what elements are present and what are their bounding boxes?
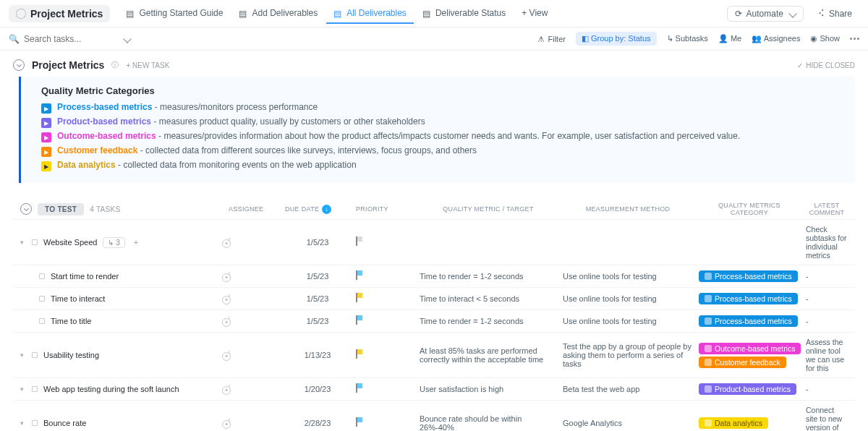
status-square-icon[interactable] <box>39 296 45 302</box>
hide-closed-button[interactable]: ✓ HIDE CLOSED <box>797 61 855 69</box>
status-square-icon[interactable] <box>32 420 38 426</box>
assign-icon[interactable] <box>229 237 230 247</box>
category-row: ▶Outcome-based metrics - measures/provid… <box>41 131 835 142</box>
table-row[interactable]: Time to interact1/5/23Time to interact <… <box>13 287 855 310</box>
subtasks-button[interactable]: ↳ Subtasks <box>667 34 708 43</box>
priority-cell[interactable] <box>356 270 414 282</box>
priority-cell[interactable] <box>356 417 414 429</box>
assignee-cell[interactable] <box>229 317 279 325</box>
flag-icon[interactable] <box>356 236 365 247</box>
col-due-date[interactable]: DUE DATE ↓ <box>285 205 350 214</box>
new-task-button[interactable]: + NEW TASK <box>126 61 169 69</box>
status-square-icon[interactable] <box>39 318 45 324</box>
tab-deliverable-status[interactable]: ▤Deliverable Status <box>415 4 513 24</box>
group-header: TO TEST4 TASKSASSIGNEEDUE DATE ↓PRIORITY… <box>13 199 855 219</box>
assign-icon[interactable] <box>229 418 230 428</box>
task-name-cell: ▾Bounce rate <box>20 419 223 427</box>
category-chip[interactable]: Customer feedback <box>699 357 786 368</box>
assign-icon[interactable] <box>229 350 230 360</box>
priority-cell[interactable] <box>356 315 414 327</box>
status-chip[interactable]: TO TEST <box>38 203 84 216</box>
category-chip[interactable]: Process-based metrics <box>699 293 798 304</box>
due-date-cell[interactable]: 1/5/23 <box>285 294 350 303</box>
collapse-group-icon[interactable] <box>20 203 32 215</box>
me-button[interactable]: 👤 Me <box>718 34 741 43</box>
col-metric[interactable]: QUALITY METRIC / TARGET <box>420 205 557 213</box>
assignee-cell[interactable] <box>229 351 279 359</box>
project-title-chip[interactable]: Project Metrics <box>9 5 110 22</box>
flag-icon[interactable] <box>356 293 365 303</box>
flag-icon[interactable] <box>356 383 365 393</box>
table-row[interactable]: ▾Web app testing during the soft launch1… <box>13 377 855 400</box>
tab--view[interactable]: + View <box>514 4 555 24</box>
flag-icon[interactable] <box>356 349 365 359</box>
show-button[interactable]: ◉ Show <box>810 34 840 43</box>
category-chip[interactable]: Data analytics <box>699 417 768 429</box>
category-desc: - collected data from different sources … <box>137 145 477 155</box>
category-chip[interactable]: Process-based metrics <box>699 315 798 327</box>
info-icon[interactable]: ⓘ <box>111 60 119 70</box>
tab-add-deliverables[interactable]: ▤Add Deliverables <box>231 4 325 24</box>
page-header: Project Metrics ⓘ + NEW TASK ✓ HIDE CLOS… <box>13 59 855 71</box>
assignee-cell[interactable] <box>229 294 279 303</box>
automate-button[interactable]: ⟳ Automate <box>727 6 804 22</box>
priority-cell[interactable] <box>356 349 414 361</box>
due-date-cell[interactable]: 1/20/23 <box>285 385 350 393</box>
assign-icon[interactable] <box>229 316 230 326</box>
status-square-icon[interactable] <box>32 386 38 392</box>
assign-icon[interactable] <box>229 384 230 394</box>
share-button[interactable]: ⠪ Share <box>811 7 859 21</box>
priority-cell[interactable] <box>356 383 414 395</box>
assign-icon[interactable] <box>229 294 230 304</box>
status-square-icon[interactable] <box>32 239 38 245</box>
flag-icon[interactable] <box>356 315 365 325</box>
category-label: Customer feedback <box>57 145 137 155</box>
col-priority[interactable]: PRIORITY <box>356 205 414 213</box>
search-input[interactable] <box>24 34 118 44</box>
subtask-count-badge[interactable]: ↳ 3 <box>103 237 124 248</box>
table-row[interactable]: ▾Website Speed↳ 3+1/5/23Check subtasks f… <box>13 219 855 265</box>
category-chip[interactable]: Outcome-based metrics <box>699 343 801 354</box>
priority-cell[interactable] <box>356 236 414 248</box>
due-date-cell[interactable]: 1/13/23 <box>285 351 350 359</box>
priority-cell[interactable] <box>356 293 414 304</box>
tab-getting-started-guide[interactable]: ▤Getting Started Guide <box>119 4 230 24</box>
category-chip[interactable]: Process-based metrics <box>699 270 798 282</box>
table-row[interactable]: ▾Usability testing1/13/23At least 85% ta… <box>13 332 855 377</box>
category-row: ▶Customer feedback - collected data from… <box>41 145 835 157</box>
chevron-down-icon[interactable] <box>123 35 131 43</box>
group-by-button[interactable]: ◧ Group by: Status <box>576 32 657 46</box>
col-method[interactable]: MEASUREMENT METHOD <box>563 205 693 213</box>
assignee-cell[interactable] <box>229 419 279 427</box>
more-icon[interactable] <box>850 38 859 40</box>
status-square-icon[interactable] <box>39 273 45 279</box>
table-row[interactable]: Time to title1/5/23Time to render = 1-2 … <box>13 310 855 332</box>
due-date-cell[interactable]: 1/5/23 <box>285 272 350 281</box>
tab-all-deliverables[interactable]: ▤All Deliverables <box>326 4 414 24</box>
filter-button[interactable]: ⩚ Filter <box>537 35 566 43</box>
add-subtask-icon[interactable]: + <box>134 238 138 247</box>
status-square-icon[interactable] <box>32 352 38 358</box>
due-date-cell[interactable]: 1/5/23 <box>285 317 350 325</box>
flag-icon[interactable] <box>356 417 365 427</box>
collapse-icon[interactable] <box>13 59 25 71</box>
table-row[interactable]: Start time to render1/5/23Time to render… <box>13 265 855 287</box>
due-date-cell[interactable]: 1/5/23 <box>285 238 350 247</box>
assignees-button[interactable]: 👥 Assignees <box>752 34 800 43</box>
search-wrap[interactable]: 🔍 <box>9 34 530 44</box>
search-icon: 🔍 <box>9 34 20 44</box>
due-date-cell[interactable]: 2/28/23 <box>285 419 350 427</box>
category-icon: ▶ <box>41 132 51 142</box>
assignee-cell[interactable] <box>229 238 279 247</box>
col-category[interactable]: QUALITY METRICS CATEGORY <box>699 202 800 216</box>
task-name-cell: Start time to render <box>20 272 223 281</box>
table-row[interactable]: ▾Bounce rate2/28/23Bounce rate should be… <box>13 400 855 431</box>
assign-icon[interactable] <box>229 271 230 281</box>
comment-cell: Check subtasks for individual metrics <box>806 225 848 260</box>
assignee-cell[interactable] <box>229 272 279 281</box>
flag-icon[interactable] <box>356 270 365 281</box>
category-chip[interactable]: Product-based metrics <box>699 383 796 395</box>
assignee-cell[interactable] <box>229 385 279 393</box>
col-comment[interactable]: LATEST COMMENT <box>806 202 848 216</box>
col-assignee[interactable]: ASSIGNEE <box>229 205 279 213</box>
